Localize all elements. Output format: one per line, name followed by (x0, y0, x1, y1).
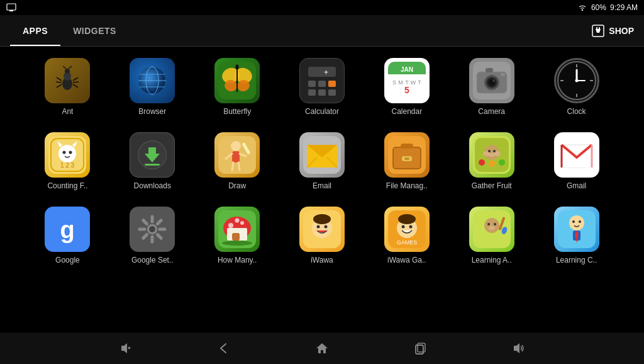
app-icon-gatherfruit (469, 132, 514, 178)
app-gmail[interactable]: Gmail (534, 127, 619, 195)
app-icon-gmail (554, 132, 599, 178)
svg-line-14 (73, 82, 79, 82)
screen-icon (6, 3, 16, 13)
svg-rect-163 (418, 343, 425, 352)
app-butterfly[interactable]: Butterfly (195, 53, 280, 121)
app-icon-draw (214, 132, 260, 178)
svg-rect-0 (7, 4, 16, 10)
app-label-downloads: Downloads (134, 181, 171, 190)
svg-text:S: S (392, 79, 396, 86)
app-downloads[interactable]: Downloads (110, 127, 195, 195)
app-label-google: Google (55, 256, 80, 264)
app-draw[interactable]: Draw (195, 127, 280, 195)
app-learningc[interactable]: Learning C.. (534, 202, 619, 270)
wifi-icon (577, 3, 587, 13)
svg-line-12 (57, 84, 62, 88)
app-google[interactable]: g Google (25, 202, 110, 270)
svg-marker-164 (514, 343, 519, 353)
svg-rect-32 (308, 81, 316, 87)
svg-text:T: T (418, 79, 421, 86)
app-filemanager[interactable]: File Manag.. (364, 127, 449, 195)
status-right: 60% 9:29 AM (577, 3, 638, 13)
app-howmany[interactable]: How Many.. (195, 202, 280, 270)
app-gatherfruit[interactable]: Gather Fruit (449, 127, 534, 195)
app-icon-google: g (45, 207, 90, 252)
app-icon-learningc (554, 207, 599, 252)
svg-rect-37 (328, 89, 336, 96)
app-grid: Ant Browser (0, 47, 644, 333)
app-browser[interactable]: Browser (110, 53, 195, 121)
home-button[interactable] (311, 337, 333, 360)
svg-rect-95 (401, 144, 413, 149)
app-icon-camera (469, 58, 514, 103)
svg-rect-5 (596, 27, 597, 30)
app-calculator[interactable]: + Calculator (280, 53, 365, 121)
svg-point-143 (401, 225, 404, 229)
svg-line-84 (232, 162, 233, 170)
app-icon-calculator: + (299, 58, 345, 103)
svg-point-105 (489, 153, 495, 157)
app-googlesettings[interactable]: Google Set.. (110, 202, 195, 270)
tab-widgets[interactable]: WIDGETS (60, 15, 129, 46)
app-label-howmany: How Many.. (218, 256, 257, 264)
app-icon-ant (45, 58, 90, 103)
app-label-butterfly: Butterfly (223, 107, 251, 116)
svg-point-134 (222, 241, 252, 246)
svg-point-103 (488, 150, 491, 152)
app-ant[interactable]: Ant (25, 53, 110, 121)
app-label-counting: Counting F.. (47, 181, 87, 190)
svg-text:W: W (411, 79, 416, 86)
svg-rect-162 (416, 345, 423, 354)
app-camera[interactable]: Camera (449, 53, 534, 121)
svg-rect-6 (599, 27, 600, 30)
svg-line-15 (73, 84, 78, 88)
svg-rect-97 (404, 157, 409, 160)
svg-point-131 (228, 223, 233, 228)
app-counting[interactable]: 1 2 3 Counting F.. (25, 127, 110, 195)
app-label-clock: Clock (567, 107, 586, 116)
app-learninga[interactable]: Learning A.. (449, 202, 534, 270)
app-label-filemanager: File Manag.. (386, 181, 428, 190)
app-clock[interactable]: Clock (534, 53, 619, 121)
svg-rect-36 (318, 89, 326, 96)
app-label-gatherfruit: Gather Fruit (472, 181, 512, 190)
app-icon-filemanager (384, 132, 430, 178)
svg-line-13 (73, 77, 78, 81)
status-bar: 60% 9:29 AM (0, 0, 644, 15)
app-icon-howmany (214, 207, 260, 252)
svg-point-147 (484, 218, 499, 233)
svg-rect-130 (232, 233, 240, 241)
svg-point-80 (231, 141, 241, 151)
svg-point-139 (324, 225, 327, 229)
svg-text:+: + (324, 68, 328, 77)
svg-line-17 (69, 66, 72, 69)
svg-marker-159 (121, 343, 127, 353)
app-icon-butterfly (214, 58, 260, 103)
svg-point-65 (575, 79, 578, 82)
volume-up-button[interactable] (507, 337, 530, 360)
svg-point-142 (398, 214, 416, 224)
app-icon-counting: 1 2 3 (45, 132, 90, 178)
volume-down-button[interactable] (114, 337, 137, 360)
svg-point-106 (479, 159, 485, 166)
app-label-iwawa: iWawa (311, 256, 333, 264)
app-iwawagames[interactable]: GAMES iWawa Ga.. (364, 202, 449, 270)
app-label-ant: Ant (62, 107, 73, 116)
battery-level: 60% (591, 3, 606, 12)
svg-point-108 (499, 159, 505, 166)
svg-point-137 (313, 214, 331, 224)
svg-point-157 (572, 220, 575, 223)
svg-text:g: g (60, 217, 75, 243)
app-calendar[interactable]: JAN S M T W T 5 Calendar (364, 53, 449, 121)
back-button[interactable] (213, 337, 235, 360)
shop-button[interactable]: SHOP (591, 24, 634, 38)
app-email[interactable]: Email (280, 127, 365, 195)
app-label-gmail: Gmail (567, 181, 586, 190)
svg-text:5: 5 (404, 85, 409, 95)
app-iwawa[interactable]: iWawa (280, 202, 365, 270)
svg-point-9 (65, 69, 70, 74)
svg-line-85 (238, 162, 240, 170)
recents-button[interactable] (409, 337, 431, 360)
tab-apps[interactable]: APPS (10, 15, 60, 46)
svg-point-71 (63, 151, 66, 154)
